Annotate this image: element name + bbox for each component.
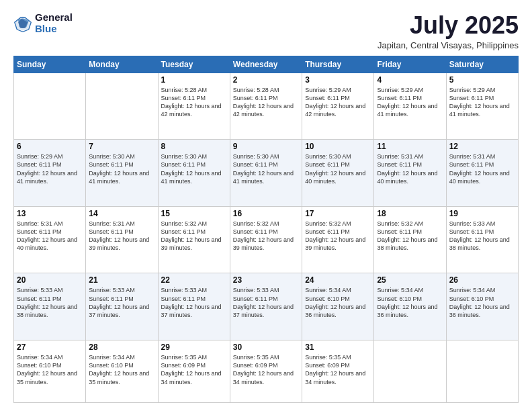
header-tuesday: Tuesday xyxy=(158,56,230,73)
day-number: 25 xyxy=(377,275,443,285)
calendar-day-cell: 8Sunrise: 5:30 AM Sunset: 6:11 PM Daylig… xyxy=(158,140,230,207)
day-info: Sunrise: 5:31 AM Sunset: 6:11 PM Dayligh… xyxy=(89,220,154,253)
calendar-day-cell: 1Sunrise: 5:28 AM Sunset: 6:11 PM Daylig… xyxy=(158,73,230,140)
day-number: 26 xyxy=(449,275,515,285)
day-number: 18 xyxy=(377,209,443,218)
header-wednesday: Wednesday xyxy=(230,56,302,73)
day-info: Sunrise: 5:29 AM Sunset: 6:11 PM Dayligh… xyxy=(305,86,371,119)
day-info: Sunrise: 5:30 AM Sunset: 6:11 PM Dayligh… xyxy=(89,152,154,185)
calendar-week-row: 27Sunrise: 5:34 AM Sunset: 6:10 PM Dayli… xyxy=(14,340,519,403)
day-number: 6 xyxy=(17,142,83,151)
day-number: 9 xyxy=(233,142,299,151)
day-number: 20 xyxy=(17,275,83,285)
day-info: Sunrise: 5:30 AM Sunset: 6:11 PM Dayligh… xyxy=(161,152,227,185)
day-info: Sunrise: 5:31 AM Sunset: 6:11 PM Dayligh… xyxy=(449,152,515,185)
day-number: 16 xyxy=(233,209,299,218)
calendar-day-cell: 3Sunrise: 5:29 AM Sunset: 6:11 PM Daylig… xyxy=(302,73,374,140)
logo-icon xyxy=(13,14,32,33)
calendar-day-cell: 26Sunrise: 5:34 AM Sunset: 6:10 PM Dayli… xyxy=(446,273,518,340)
day-number: 3 xyxy=(305,75,371,85)
day-info: Sunrise: 5:30 AM Sunset: 6:11 PM Dayligh… xyxy=(233,152,299,185)
header-sunday: Sunday xyxy=(14,56,86,73)
day-info: Sunrise: 5:31 AM Sunset: 6:11 PM Dayligh… xyxy=(377,152,443,185)
calendar-day-cell: 11Sunrise: 5:31 AM Sunset: 6:11 PM Dayli… xyxy=(374,140,446,207)
day-number: 1 xyxy=(161,75,227,85)
calendar-day-cell: 9Sunrise: 5:30 AM Sunset: 6:11 PM Daylig… xyxy=(230,140,302,207)
header: General Blue July 2025 Japitan, Central … xyxy=(13,12,519,50)
page: General Blue July 2025 Japitan, Central … xyxy=(0,0,532,411)
day-number: 30 xyxy=(233,342,299,352)
calendar-day-cell xyxy=(86,73,158,140)
day-number: 2 xyxy=(233,75,299,85)
day-info: Sunrise: 5:34 AM Sunset: 6:10 PM Dayligh… xyxy=(305,286,371,319)
day-number: 12 xyxy=(449,142,515,151)
day-info: Sunrise: 5:33 AM Sunset: 6:11 PM Dayligh… xyxy=(161,286,227,319)
calendar-day-cell xyxy=(14,73,86,140)
day-info: Sunrise: 5:33 AM Sunset: 6:11 PM Dayligh… xyxy=(233,286,299,319)
day-info: Sunrise: 5:33 AM Sunset: 6:11 PM Dayligh… xyxy=(89,286,154,319)
calendar-day-cell: 19Sunrise: 5:33 AM Sunset: 6:11 PM Dayli… xyxy=(446,206,518,273)
calendar-week-row: 6Sunrise: 5:29 AM Sunset: 6:11 PM Daylig… xyxy=(14,140,519,207)
day-info: Sunrise: 5:32 AM Sunset: 6:11 PM Dayligh… xyxy=(305,220,371,253)
day-info: Sunrise: 5:34 AM Sunset: 6:10 PM Dayligh… xyxy=(89,353,154,386)
logo: General Blue xyxy=(13,12,73,34)
day-info: Sunrise: 5:35 AM Sunset: 6:09 PM Dayligh… xyxy=(161,353,227,386)
day-number: 29 xyxy=(161,342,227,352)
title-block: July 2025 Japitan, Central Visayas, Phil… xyxy=(378,12,519,50)
calendar-table: Sunday Monday Tuesday Wednesday Thursday… xyxy=(13,56,519,403)
calendar-day-cell: 16Sunrise: 5:32 AM Sunset: 6:11 PM Dayli… xyxy=(230,206,302,273)
day-number: 31 xyxy=(305,342,371,352)
day-info: Sunrise: 5:33 AM Sunset: 6:11 PM Dayligh… xyxy=(17,286,83,319)
day-info: Sunrise: 5:34 AM Sunset: 6:10 PM Dayligh… xyxy=(377,286,443,319)
day-number: 23 xyxy=(233,275,299,285)
day-info: Sunrise: 5:32 AM Sunset: 6:11 PM Dayligh… xyxy=(161,220,227,253)
calendar-day-cell: 7Sunrise: 5:30 AM Sunset: 6:11 PM Daylig… xyxy=(86,140,158,207)
subtitle: Japitan, Central Visayas, Philippines xyxy=(378,40,519,50)
day-number: 22 xyxy=(161,275,227,285)
day-number: 7 xyxy=(89,142,154,151)
day-number: 10 xyxy=(305,142,371,151)
day-number: 5 xyxy=(449,75,515,85)
day-number: 19 xyxy=(449,209,515,218)
main-title: July 2025 xyxy=(378,12,519,39)
header-friday: Friday xyxy=(374,56,446,73)
day-info: Sunrise: 5:32 AM Sunset: 6:11 PM Dayligh… xyxy=(233,220,299,253)
calendar-day-cell: 12Sunrise: 5:31 AM Sunset: 6:11 PM Dayli… xyxy=(446,140,518,207)
calendar-day-cell: 24Sunrise: 5:34 AM Sunset: 6:10 PM Dayli… xyxy=(302,273,374,340)
day-info: Sunrise: 5:28 AM Sunset: 6:11 PM Dayligh… xyxy=(233,86,299,119)
calendar-day-cell: 13Sunrise: 5:31 AM Sunset: 6:11 PM Dayli… xyxy=(14,206,86,273)
calendar-day-cell: 10Sunrise: 5:30 AM Sunset: 6:11 PM Dayli… xyxy=(302,140,374,207)
day-number: 15 xyxy=(161,209,227,218)
calendar-day-cell: 21Sunrise: 5:33 AM Sunset: 6:11 PM Dayli… xyxy=(86,273,158,340)
calendar-day-cell: 4Sunrise: 5:29 AM Sunset: 6:11 PM Daylig… xyxy=(374,73,446,140)
calendar-day-cell: 28Sunrise: 5:34 AM Sunset: 6:10 PM Dayli… xyxy=(86,340,158,403)
logo-general-text: General xyxy=(35,12,73,24)
day-info: Sunrise: 5:34 AM Sunset: 6:10 PM Dayligh… xyxy=(449,286,515,319)
day-info: Sunrise: 5:34 AM Sunset: 6:10 PM Dayligh… xyxy=(17,353,83,386)
calendar-day-cell: 15Sunrise: 5:32 AM Sunset: 6:11 PM Dayli… xyxy=(158,206,230,273)
calendar-day-cell: 31Sunrise: 5:35 AM Sunset: 6:09 PM Dayli… xyxy=(302,340,374,403)
calendar-day-cell: 20Sunrise: 5:33 AM Sunset: 6:11 PM Dayli… xyxy=(14,273,86,340)
calendar-day-cell xyxy=(446,340,518,403)
header-saturday: Saturday xyxy=(446,56,518,73)
day-info: Sunrise: 5:35 AM Sunset: 6:09 PM Dayligh… xyxy=(233,353,299,386)
day-number: 11 xyxy=(377,142,443,151)
calendar-day-cell: 25Sunrise: 5:34 AM Sunset: 6:10 PM Dayli… xyxy=(374,273,446,340)
day-number: 24 xyxy=(305,275,371,285)
calendar-day-cell: 6Sunrise: 5:29 AM Sunset: 6:11 PM Daylig… xyxy=(14,140,86,207)
day-info: Sunrise: 5:30 AM Sunset: 6:11 PM Dayligh… xyxy=(305,152,371,185)
day-info: Sunrise: 5:29 AM Sunset: 6:11 PM Dayligh… xyxy=(17,152,83,185)
weekday-header-row: Sunday Monday Tuesday Wednesday Thursday… xyxy=(14,56,519,73)
day-number: 4 xyxy=(377,75,443,85)
calendar-day-cell: 2Sunrise: 5:28 AM Sunset: 6:11 PM Daylig… xyxy=(230,73,302,140)
day-info: Sunrise: 5:35 AM Sunset: 6:09 PM Dayligh… xyxy=(305,353,371,386)
day-info: Sunrise: 5:29 AM Sunset: 6:11 PM Dayligh… xyxy=(377,86,443,119)
day-info: Sunrise: 5:33 AM Sunset: 6:11 PM Dayligh… xyxy=(449,220,515,253)
day-number: 21 xyxy=(89,275,154,285)
day-number: 17 xyxy=(305,209,371,218)
header-thursday: Thursday xyxy=(302,56,374,73)
header-monday: Monday xyxy=(86,56,158,73)
day-number: 13 xyxy=(17,209,83,218)
day-info: Sunrise: 5:28 AM Sunset: 6:11 PM Dayligh… xyxy=(161,86,227,119)
day-number: 8 xyxy=(161,142,227,151)
